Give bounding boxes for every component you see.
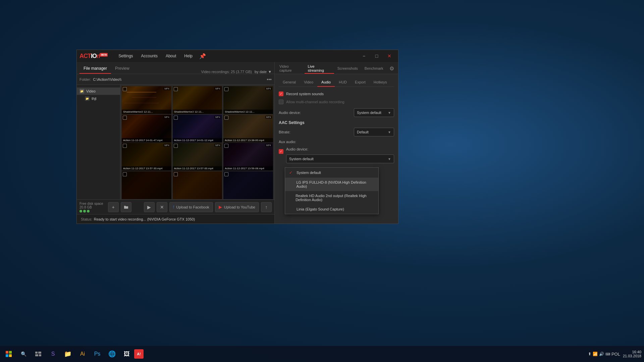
thumb-badge-8: MP4 <box>265 144 272 147</box>
disk-info-label: Free disk space <box>79 202 103 205</box>
sub-tab-audio[interactable]: Audio <box>317 78 335 87</box>
thumb-img-10 <box>173 171 222 199</box>
tree-item-sub[interactable]: 📁 thjt <box>77 95 120 102</box>
maximize-button[interactable]: □ <box>371 51 383 61</box>
folder-label: Folder: <box>79 77 91 81</box>
sort-label: by date <box>255 70 267 74</box>
sub-tab-hotkeys[interactable]: Hotkeys <box>370 78 391 87</box>
taskbar-photo-icon[interactable]: 🖼 <box>119 347 134 361</box>
taskbar-ai-icon[interactable]: Ai <box>75 347 90 361</box>
video-thumb-10[interactable] <box>173 171 222 199</box>
sub-folder-icon: 📁 <box>85 96 90 101</box>
thumb-select-9[interactable] <box>123 172 127 176</box>
thumb-select-3[interactable] <box>123 116 127 120</box>
taskbar-chrome-icon[interactable]: 🌐 <box>105 347 119 361</box>
bitrate-label: Bitrate: <box>279 130 354 134</box>
thumb-badge-1: MP4 <box>214 87 221 90</box>
pin-icon[interactable]: 📌 <box>199 53 206 59</box>
tab-screenshots[interactable]: Screenshots <box>334 64 361 74</box>
facebook-upload-button[interactable]: f Upload to Facebook <box>169 202 213 212</box>
allow-multichannel-row[interactable]: Allow multi-channel audio recording <box>279 100 394 104</box>
video-thumb-2[interactable]: MP4 ShadowWarrior2 12-11... <box>223 86 273 114</box>
thumb-select-1[interactable] <box>174 87 178 91</box>
audio-device-dropdown[interactable]: System default ▼ <box>354 108 394 117</box>
start-button[interactable] <box>1 347 16 361</box>
video-thumb-7[interactable]: MP4 Action 11-12-2017 13-57-00.mp4 <box>173 143 222 171</box>
sub-tab-general[interactable]: General <box>279 78 300 87</box>
thumb-select-11[interactable] <box>224 172 228 176</box>
tab-video-capture[interactable]: Video capture <box>276 64 305 74</box>
keyboard-icon[interactable]: ⌨ <box>605 352 610 356</box>
disk-size: 20.8 GB <box>79 205 103 209</box>
thumb-select-2[interactable] <box>224 87 228 91</box>
thumb-select-6[interactable] <box>123 144 127 148</box>
thumb-select-8[interactable] <box>224 144 228 148</box>
network-icon[interactable]: 📶 <box>593 352 598 356</box>
thumb-select-4[interactable] <box>174 116 178 120</box>
video-folder-icon: 📁 <box>79 89 84 94</box>
close-button[interactable]: ✕ <box>383 51 395 61</box>
sort-dropdown[interactable]: by date ▼ <box>255 70 272 74</box>
youtube-upload-button[interactable]: ▶ Upload to YouTube <box>215 202 259 212</box>
taskbar-clock[interactable]: 16:40 21.03.2018 <box>623 350 641 358</box>
dropdown-option-3[interactable]: Linia (Elgato Sound Capture) <box>285 204 378 214</box>
disk-dot-3 <box>87 210 90 213</box>
video-thumb-9[interactable] <box>122 171 171 199</box>
taskbar-ps-icon[interactable]: Ps <box>90 347 105 361</box>
video-thumb-1[interactable]: MP4 ShadowWarrior2 12-11... <box>173 86 222 114</box>
thumb-badge-0: MP4 <box>163 87 170 90</box>
thumb-select-10[interactable] <box>174 172 178 176</box>
folder-button[interactable] <box>121 202 131 212</box>
svg-rect-5 <box>38 352 41 354</box>
task-view-button[interactable] <box>31 347 46 361</box>
export-button[interactable]: ↑ <box>261 202 272 212</box>
tree-item-video[interactable]: 📁 Video <box>77 87 120 95</box>
play-button[interactable]: ▶ <box>144 202 155 212</box>
show-desktop-icon[interactable]: ⬆ <box>588 352 591 356</box>
record-system-sounds-checkbox[interactable]: ✓ <box>279 92 283 96</box>
nav-help[interactable]: Help <box>180 50 197 62</box>
bitrate-dropdown[interactable]: Default ▼ <box>354 128 394 136</box>
video-thumb-4[interactable]: MP4 Action 11-12-2017 14-01-12.mp4 <box>173 115 222 142</box>
dropdown-option-2[interactable]: Realtek HD Audio 2nd output (Realtek Hig… <box>285 191 378 204</box>
sub-tab-export[interactable]: Export <box>351 78 370 87</box>
minimize-button[interactable]: − <box>358 51 370 61</box>
add-button[interactable]: + <box>108 202 119 212</box>
thumb-select-5[interactable] <box>224 116 228 120</box>
video-thumb-5[interactable]: MP4 Action 11-12-2017 13-38-00.mp4 <box>223 115 273 142</box>
dropdown-option-0[interactable]: ✓ System default <box>285 168 378 178</box>
aux-checkbox[interactable]: ✓ <box>279 149 283 154</box>
record-system-sounds-row[interactable]: ✓ Record system sounds <box>279 92 394 96</box>
thumb-select-7[interactable] <box>174 144 178 148</box>
youtube-icon: ▶ <box>219 204 222 209</box>
tab-file-manager[interactable]: File manager <box>79 64 111 74</box>
folder-more-icon[interactable]: ••• <box>267 77 272 82</box>
aux-device-value: System default <box>289 157 314 161</box>
volume-icon[interactable]: 🔊 <box>599 352 604 356</box>
nav-accounts[interactable]: Accounts <box>137 50 162 62</box>
thumb-select-0[interactable] <box>123 87 127 91</box>
video-thumb-0[interactable]: MP4 ShadowWarrior2 12-11... <box>122 86 171 114</box>
aux-device-dropdown[interactable]: System default ▼ <box>286 155 394 163</box>
taskbar-explorer-icon[interactable]: 📁 <box>60 347 75 361</box>
video-thumb-8[interactable]: MP4 Action 11-12-2017 13-56-08.mp4 <box>223 143 273 171</box>
nav-about[interactable]: About <box>162 50 180 62</box>
taskbar-action-icon[interactable]: A! <box>134 349 144 359</box>
settings-gear-icon[interactable]: ⚙ <box>387 63 397 74</box>
taskbar-teams-icon[interactable]: S <box>46 347 60 361</box>
dropdown-option-1[interactable]: LG IPS FULLHD-8 (NVIDIA High Definition … <box>285 178 378 191</box>
thumb-label-6: Action 11-12-2017 13-57-30.mp4 <box>122 166 171 171</box>
allow-multichannel-checkbox[interactable] <box>279 100 283 104</box>
search-button[interactable]: 🔍 <box>16 347 31 361</box>
video-thumb-11[interactable] <box>223 171 273 199</box>
tab-live-streaming[interactable]: Live streaming <box>305 64 334 74</box>
delete-button[interactable]: ✕ <box>157 202 167 212</box>
tab-benchmark[interactable]: Benchmark <box>361 64 387 74</box>
nav-settings[interactable]: Settings <box>114 50 137 62</box>
video-thumb-3[interactable]: MP4 Action 11-12-2017 14-01-47.mp4 <box>122 115 171 142</box>
video-thumb-6[interactable]: MP4 Action 11-12-2017 13-57-30.mp4 <box>122 143 171 171</box>
sub-tab-hud[interactable]: HUD <box>335 78 351 87</box>
sub-tabs: General Video Audio HUD Export Hotkeys <box>279 78 394 87</box>
sub-tab-video[interactable]: Video <box>300 78 317 87</box>
tab-preview[interactable]: Preview <box>111 64 133 74</box>
